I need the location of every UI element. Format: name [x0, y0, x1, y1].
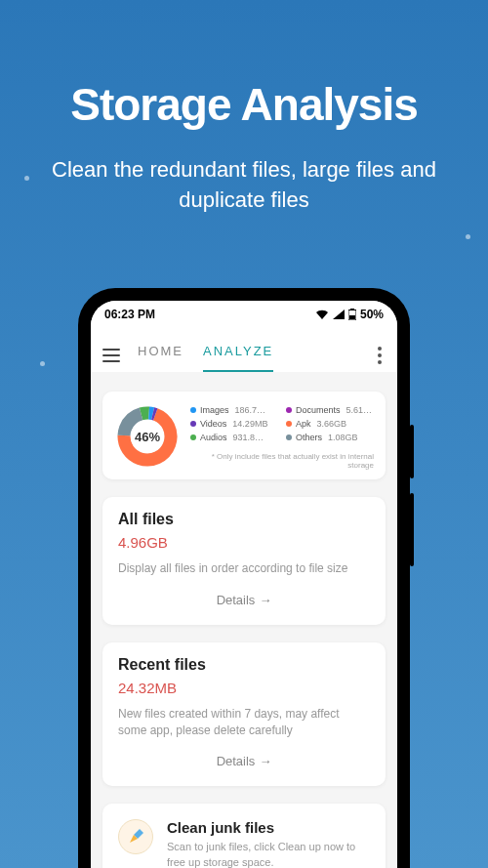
more-icon[interactable] — [374, 343, 386, 368]
legend-value: 5.61MB — [346, 405, 374, 415]
legend-dot-icon — [286, 421, 292, 427]
legend-value: 186.7… — [235, 405, 266, 415]
legend-value: 14.29MB — [232, 419, 267, 429]
legend-label: Documents — [296, 405, 341, 415]
all-files-details-button[interactable]: Details→ — [118, 589, 370, 611]
app-bar: HOME ANALYZE — [91, 328, 397, 372]
chart-legend: Images186.7…Documents5.61MBVideos14.29MB… — [190, 405, 374, 470]
status-battery-percent: 50% — [360, 308, 384, 321]
status-time: 06:23 PM — [104, 308, 155, 321]
tab-analyze[interactable]: ANALYZE — [203, 338, 273, 372]
donut-chart: 46% — [116, 405, 179, 468]
legend-label: Videos — [200, 419, 226, 429]
legend-item: Audios931.8… — [190, 433, 278, 442]
all-files-desc: Display all files in order according to … — [118, 560, 370, 577]
legend-label: Others — [296, 433, 322, 442]
decorative-dot — [24, 176, 29, 181]
clean-junk-card: Clean junk files Scan to junk files, cli… — [102, 804, 386, 868]
menu-icon[interactable] — [102, 349, 120, 362]
decorative-dot — [40, 361, 45, 366]
legend-dot-icon — [190, 434, 196, 440]
legend-item: Documents5.61MB — [286, 405, 374, 415]
legend-dot-icon — [286, 407, 292, 413]
tab-bar: HOME ANALYZE — [138, 338, 356, 372]
arrow-right-icon: → — [259, 754, 271, 768]
donut-percent-label: 46% — [135, 430, 160, 444]
recent-files-value: 24.32MB — [118, 680, 370, 696]
phone-frame: 06:23 PM 50% HOME ANALYZE — [78, 288, 410, 868]
legend-item: Others1.08GB — [286, 433, 374, 442]
legend-dot-icon — [190, 407, 196, 413]
legend-item: Images186.7… — [190, 405, 278, 415]
recent-files-details-button[interactable]: Details→ — [118, 750, 370, 772]
battery-icon — [348, 309, 356, 320]
legend-item: Videos14.29MB — [190, 419, 278, 429]
wifi-icon — [315, 310, 329, 319]
legend-value: 3.66GB — [317, 419, 347, 429]
recent-files-desc: New files created within 7 days, may aff… — [118, 706, 370, 739]
phone-volume-button — [410, 425, 414, 478]
content-area: 46% Images186.7…Documents5.61MBVideos14.… — [91, 372, 397, 868]
broom-icon — [118, 819, 153, 854]
clean-junk-desc: Scan to junk files, click Clean up now t… — [167, 840, 370, 868]
signal-icon — [333, 310, 345, 319]
recent-files-title: Recent files — [118, 656, 370, 674]
recent-files-card: Recent files 24.32MB New files created w… — [102, 642, 386, 787]
chart-footnote: * Only include files that actually exist… — [190, 452, 374, 470]
promo-subtitle: Clean the redundant files, large files a… — [0, 155, 488, 216]
legend-value: 931.8… — [233, 433, 264, 442]
decorative-dot — [466, 234, 470, 239]
legend-label: Audios — [200, 433, 227, 442]
arrow-right-icon: → — [259, 593, 271, 607]
status-bar: 06:23 PM 50% — [91, 301, 397, 328]
all-files-title: All files — [118, 511, 370, 528]
promo-title: Storage Analysis — [0, 78, 488, 131]
legend-value: 1.08GB — [328, 433, 358, 442]
phone-screen: 06:23 PM 50% HOME ANALYZE — [91, 301, 397, 868]
storage-chart-card: 46% Images186.7…Documents5.61MBVideos14.… — [102, 392, 386, 479]
all-files-card: All files 4.96GB Display all files in or… — [102, 497, 386, 625]
legend-dot-icon — [190, 421, 196, 427]
legend-label: Images — [200, 405, 229, 415]
legend-label: Apk — [296, 419, 311, 429]
clean-junk-title: Clean junk files — [167, 819, 370, 836]
tab-home[interactable]: HOME — [138, 338, 183, 372]
legend-item: Apk3.66GB — [286, 419, 374, 429]
legend-dot-icon — [286, 434, 292, 440]
svg-rect-2 — [349, 315, 355, 319]
phone-power-button — [410, 493, 414, 566]
all-files-value: 4.96GB — [118, 534, 370, 551]
